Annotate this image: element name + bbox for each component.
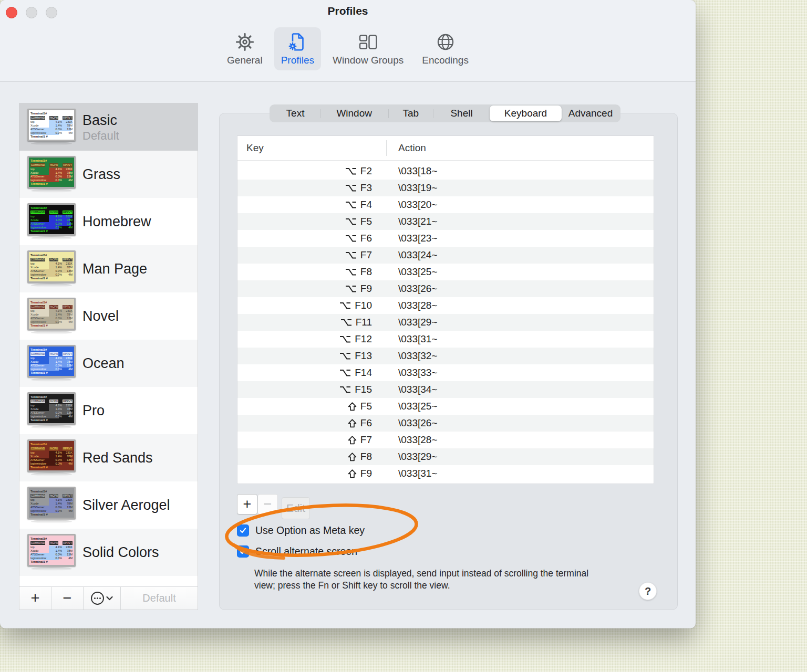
profile-list-item[interactable]: Terminal3# COMMAND%CPURPRVT top4.1%231KX…: [19, 529, 198, 576]
toolbar-item-window-groups[interactable]: Window Groups: [326, 27, 410, 70]
use-option-as-meta-key-checkbox[interactable]: [237, 524, 249, 537]
tab-shell[interactable]: Shell: [433, 106, 490, 121]
action-value: \033[25~: [386, 266, 438, 278]
add-key-button[interactable]: +: [237, 494, 257, 514]
profile-name: Homebrew: [82, 213, 151, 230]
profile-list-item[interactable]: Terminal3# COMMAND%CPURPRVT top4.1%231KX…: [19, 103, 198, 151]
remove-key-button[interactable]: −: [257, 494, 278, 514]
thumb-prompt: Terminal1 #: [30, 135, 73, 139]
thumb-chips: COMMAND%CPURPRVT: [30, 211, 73, 214]
profile-name: Grass: [82, 166, 120, 183]
thumb-title: Terminal3#: [30, 443, 73, 446]
thumbnail-reflection: [31, 378, 72, 382]
table-row[interactable]: F9 \033[31~: [237, 465, 654, 482]
table-row[interactable]: F4 \033[20~: [237, 196, 654, 213]
toolbar-item-general[interactable]: General: [220, 27, 270, 70]
column-header-key[interactable]: Key: [237, 142, 264, 154]
tab-keyboard[interactable]: Keyboard: [490, 106, 562, 121]
tab-text[interactable]: Text: [271, 106, 320, 121]
profile-list-item[interactable]: Terminal3# COMMAND%CPURPRVT top4.1%231KX…: [19, 292, 198, 340]
profile-list-item[interactable]: Terminal3# COMMAND%CPURPRVT top4.1%231KX…: [19, 151, 198, 198]
option-key-icon: [345, 285, 357, 293]
table-row[interactable]: F6 \033[23~: [237, 230, 654, 247]
action-value: \033[29~: [386, 451, 438, 463]
toolbar-item-encodings[interactable]: Encodings: [415, 27, 475, 70]
table-row[interactable]: F8 \033[29~: [237, 448, 654, 465]
profile-thumbnail: Terminal3# COMMAND%CPURPRVT top4.1%231KX…: [27, 250, 76, 287]
checkmark-icon: [239, 527, 247, 534]
action-value: \033[28~: [386, 434, 438, 446]
help-button[interactable]: ?: [639, 582, 657, 600]
thumb-chips: COMMAND%CPURPRVT: [30, 400, 73, 403]
shift-key-icon: [348, 453, 357, 461]
circle-ellipsis-icon: [91, 592, 104, 605]
table-row[interactable]: F9 \033[26~: [237, 280, 654, 297]
thumb-chips: COMMAND%CPURPRVT: [30, 541, 73, 545]
action-value: \033[26~: [386, 283, 438, 295]
desktop: Profiles: [0, 0, 807, 672]
thumb-prompt: Terminal1 #: [30, 371, 73, 375]
remove-profile-button[interactable]: −: [51, 587, 84, 610]
document-gear-icon: [287, 32, 307, 52]
preferences-toolbar: General: [0, 27, 696, 70]
default-profile-button[interactable]: Default: [121, 587, 198, 610]
profile-list-item[interactable]: Terminal3# COMMAND%CPURPRVT top4.1%231KX…: [19, 481, 198, 529]
shift-key-icon: [348, 402, 357, 411]
key-label: F2: [360, 165, 372, 177]
key-label: F8: [360, 451, 372, 463]
profile-list-item[interactable]: Terminal3# COMMAND%CPURPRVT top4.1%231KX…: [19, 245, 198, 292]
profile-actions-menu-button[interactable]: [84, 587, 121, 610]
table-row[interactable]: F7 \033[24~: [237, 247, 654, 264]
thumb-prompt: Terminal1 #: [30, 513, 73, 517]
table-row[interactable]: F14 \033[33~: [237, 364, 654, 381]
table-row[interactable]: F3 \033[19~: [237, 180, 654, 196]
tab-advanced[interactable]: Advanced: [562, 106, 619, 121]
profile-list-item[interactable]: Terminal3# COMMAND%CPURPRVT top4.1%231KX…: [19, 434, 198, 481]
option-key-icon: [345, 167, 357, 175]
profile-list-item[interactable]: Terminal3# COMMAND%CPURPRVT top4.1%231KX…: [19, 198, 198, 245]
thumb-title: Terminal3#: [30, 490, 73, 494]
key-label: F5: [360, 216, 372, 227]
thumbnail-reflection: [31, 331, 72, 334]
column-divider[interactable]: [386, 140, 387, 156]
table-row[interactable]: F12 \033[31~: [237, 331, 654, 348]
thumb-title: Terminal3#: [30, 348, 73, 352]
edit-key-button[interactable]: Edit: [282, 497, 310, 519]
table-row[interactable]: F5 \033[25~: [237, 398, 654, 415]
table-row[interactable]: F15 \033[34~: [237, 381, 654, 398]
checkbox-label: Scroll alternate screen: [255, 545, 357, 558]
action-value: \033[19~: [386, 182, 438, 194]
scroll-alternate-screen-checkbox[interactable]: [237, 545, 249, 558]
action-value: \033[33~: [386, 367, 438, 379]
table-row[interactable]: F11 \033[29~: [237, 314, 654, 331]
profile-list-item[interactable]: Terminal3# COMMAND%CPURPRVT top4.1%231KX…: [19, 340, 198, 387]
profile-list-item[interactable]: Terminal3# COMMAND%CPURPRVT top4.1%231KX…: [19, 387, 198, 434]
window-groups-icon: [358, 32, 378, 52]
table-row[interactable]: F2 \033[18~: [237, 163, 654, 180]
table-row[interactable]: F6 \033[26~: [237, 415, 654, 432]
column-header-action[interactable]: Action: [398, 142, 426, 154]
tab-window[interactable]: Window: [320, 106, 388, 121]
table-row[interactable]: F10 \033[28~: [237, 297, 654, 314]
key-label: F5: [360, 401, 372, 412]
sidebar-action-bar: + − Default: [19, 586, 198, 610]
chevron-down-icon: [106, 596, 113, 601]
key-label: F10: [355, 300, 372, 311]
add-profile-button[interactable]: +: [19, 587, 51, 610]
thumb-prompt: Terminal1 #: [30, 229, 73, 233]
key-label: F7: [360, 249, 372, 261]
key-label: F3: [360, 182, 372, 194]
thumb-title: Terminal3#: [30, 159, 73, 163]
action-value: \033[21~: [386, 216, 438, 227]
table-row[interactable]: F13 \033[32~: [237, 348, 654, 364]
table-row[interactable]: F7 \033[28~: [237, 432, 654, 448]
table-row[interactable]: F8 \033[25~: [237, 264, 654, 280]
toolbar-label-general: General: [227, 55, 263, 66]
tab-tab[interactable]: Tab: [388, 106, 433, 121]
profile-thumbnail: Terminal3# COMMAND%CPURPRVT top4.1%231KX…: [27, 298, 76, 334]
table-body: F2 \033[18~ F3 \033[19~ F4 \033[20~: [237, 161, 654, 482]
toolbar-item-profiles[interactable]: Profiles: [274, 27, 321, 70]
table-row[interactable]: F5 \033[21~: [237, 213, 654, 230]
action-value: \033[28~: [386, 300, 438, 311]
key-label: F9: [360, 283, 372, 295]
